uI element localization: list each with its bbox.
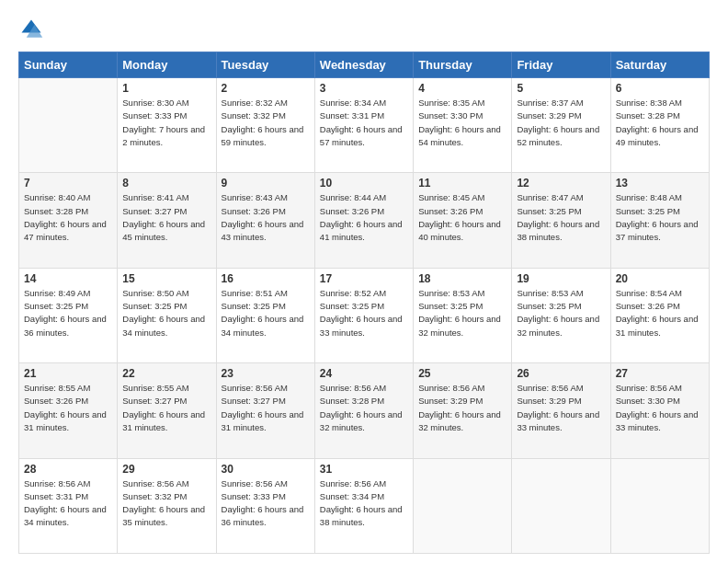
calendar-cell: 1Sunrise: 8:30 AMSunset: 3:33 PMDaylight…: [118, 78, 216, 173]
day-number: 12: [517, 177, 605, 190]
day-number: 21: [24, 367, 112, 380]
calendar-cell: 14Sunrise: 8:49 AMSunset: 3:25 PMDayligh…: [19, 268, 118, 362]
calendar-week-row: 21Sunrise: 8:55 AMSunset: 3:26 PMDayligh…: [19, 363, 710, 458]
day-info: Sunrise: 8:56 AMSunset: 3:29 PMDaylight:…: [517, 382, 605, 434]
page: SundayMondayTuesdayWednesdayThursdayFrid…: [0, 0, 728, 563]
calendar-table: SundayMondayTuesdayWednesdayThursdayFrid…: [18, 52, 710, 554]
day-number: 8: [122, 177, 210, 190]
calendar-cell: 17Sunrise: 8:52 AMSunset: 3:25 PMDayligh…: [314, 268, 413, 362]
day-of-week-header: Saturday: [610, 52, 709, 78]
calendar-header-row: SundayMondayTuesdayWednesdayThursdayFrid…: [19, 52, 710, 78]
day-number: 17: [320, 272, 408, 285]
day-info: Sunrise: 8:35 AMSunset: 3:30 PMDaylight:…: [418, 97, 506, 149]
calendar-cell: 29Sunrise: 8:56 AMSunset: 3:32 PMDayligh…: [118, 458, 216, 553]
day-number: 24: [320, 367, 408, 380]
logo: [18, 17, 48, 42]
day-info: Sunrise: 8:53 AMSunset: 3:25 PMDaylight:…: [517, 287, 605, 339]
day-number: 19: [517, 272, 605, 285]
day-info: Sunrise: 8:47 AMSunset: 3:25 PMDaylight:…: [517, 191, 605, 244]
day-of-week-header: Thursday: [414, 52, 512, 78]
day-number: 11: [418, 177, 506, 190]
day-info: Sunrise: 8:43 AMSunset: 3:26 PMDaylight:…: [222, 191, 310, 244]
day-info: Sunrise: 8:48 AMSunset: 3:25 PMDaylight:…: [616, 191, 704, 244]
calendar-cell: 5Sunrise: 8:37 AMSunset: 3:29 PMDaylight…: [512, 78, 610, 173]
day-number: 22: [122, 367, 210, 380]
day-number: 28: [24, 463, 112, 476]
day-info: Sunrise: 8:37 AMSunset: 3:29 PMDaylight:…: [517, 97, 605, 149]
day-info: Sunrise: 8:52 AMSunset: 3:25 PMDaylight:…: [320, 287, 408, 339]
day-info: Sunrise: 8:56 AMSunset: 3:29 PMDaylight:…: [418, 382, 506, 434]
day-number: 2: [222, 82, 310, 95]
day-info: Sunrise: 8:56 AMSunset: 3:32 PMDaylight:…: [122, 477, 210, 530]
calendar-week-row: 28Sunrise: 8:56 AMSunset: 3:31 PMDayligh…: [19, 458, 710, 553]
day-number: 23: [222, 367, 310, 380]
calendar-cell: 22Sunrise: 8:55 AMSunset: 3:27 PMDayligh…: [118, 363, 216, 458]
day-number: 20: [616, 272, 704, 285]
calendar-cell: 15Sunrise: 8:50 AMSunset: 3:25 PMDayligh…: [118, 268, 216, 362]
day-number: 18: [418, 272, 506, 285]
day-number: 29: [122, 463, 210, 476]
calendar-week-row: 7Sunrise: 8:40 AMSunset: 3:28 PMDaylight…: [19, 173, 710, 268]
calendar-cell: 26Sunrise: 8:56 AMSunset: 3:29 PMDayligh…: [512, 363, 610, 458]
day-info: Sunrise: 8:41 AMSunset: 3:27 PMDaylight:…: [122, 191, 210, 244]
calendar-cell: 19Sunrise: 8:53 AMSunset: 3:25 PMDayligh…: [512, 268, 610, 362]
calendar-cell: 2Sunrise: 8:32 AMSunset: 3:32 PMDaylight…: [216, 78, 314, 173]
day-number: 3: [320, 82, 408, 95]
calendar-cell: 21Sunrise: 8:55 AMSunset: 3:26 PMDayligh…: [19, 363, 118, 458]
day-of-week-header: Friday: [512, 52, 610, 78]
header: [18, 17, 710, 42]
calendar-cell: [512, 458, 610, 553]
day-number: 14: [24, 272, 112, 285]
day-info: Sunrise: 8:54 AMSunset: 3:26 PMDaylight:…: [616, 287, 704, 339]
calendar-cell: [19, 78, 118, 173]
calendar-cell: 27Sunrise: 8:56 AMSunset: 3:30 PMDayligh…: [610, 363, 709, 458]
day-number: 6: [616, 82, 704, 95]
day-info: Sunrise: 8:56 AMSunset: 3:31 PMDaylight:…: [24, 477, 112, 530]
day-info: Sunrise: 8:45 AMSunset: 3:26 PMDaylight:…: [418, 191, 506, 244]
day-number: 1: [122, 82, 210, 95]
calendar-cell: 20Sunrise: 8:54 AMSunset: 3:26 PMDayligh…: [610, 268, 709, 362]
calendar-cell: 6Sunrise: 8:38 AMSunset: 3:28 PMDaylight…: [610, 78, 709, 173]
calendar-cell: 3Sunrise: 8:34 AMSunset: 3:31 PMDaylight…: [314, 78, 413, 173]
calendar-cell: 18Sunrise: 8:53 AMSunset: 3:25 PMDayligh…: [414, 268, 512, 362]
day-info: Sunrise: 8:53 AMSunset: 3:25 PMDaylight:…: [418, 287, 506, 339]
day-info: Sunrise: 8:55 AMSunset: 3:27 PMDaylight:…: [122, 382, 210, 434]
day-number: 25: [418, 367, 506, 380]
day-info: Sunrise: 8:30 AMSunset: 3:33 PMDaylight:…: [122, 97, 210, 149]
day-info: Sunrise: 8:56 AMSunset: 3:28 PMDaylight:…: [320, 382, 408, 434]
day-number: 30: [222, 463, 310, 476]
day-info: Sunrise: 8:56 AMSunset: 3:34 PMDaylight:…: [320, 477, 408, 530]
day-number: 15: [122, 272, 210, 285]
day-number: 9: [222, 177, 310, 190]
calendar-cell: 31Sunrise: 8:56 AMSunset: 3:34 PMDayligh…: [314, 458, 413, 553]
day-of-week-header: Wednesday: [314, 52, 413, 78]
day-number: 31: [320, 463, 408, 476]
calendar-cell: 12Sunrise: 8:47 AMSunset: 3:25 PMDayligh…: [512, 173, 610, 268]
calendar-cell: 8Sunrise: 8:41 AMSunset: 3:27 PMDaylight…: [118, 173, 216, 268]
day-number: 5: [517, 82, 605, 95]
day-info: Sunrise: 8:56 AMSunset: 3:30 PMDaylight:…: [616, 382, 704, 434]
calendar-week-row: 14Sunrise: 8:49 AMSunset: 3:25 PMDayligh…: [19, 268, 710, 362]
day-number: 13: [616, 177, 704, 190]
calendar-cell: 4Sunrise: 8:35 AMSunset: 3:30 PMDaylight…: [414, 78, 512, 173]
day-info: Sunrise: 8:32 AMSunset: 3:32 PMDaylight:…: [222, 97, 310, 149]
day-info: Sunrise: 8:56 AMSunset: 3:33 PMDaylight:…: [222, 477, 310, 530]
calendar-cell: 23Sunrise: 8:56 AMSunset: 3:27 PMDayligh…: [216, 363, 314, 458]
day-of-week-header: Tuesday: [216, 52, 314, 78]
day-number: 10: [320, 177, 408, 190]
day-info: Sunrise: 8:44 AMSunset: 3:26 PMDaylight:…: [320, 191, 408, 244]
calendar-cell: [610, 458, 709, 553]
logo-icon: [18, 17, 44, 42]
calendar-cell: 11Sunrise: 8:45 AMSunset: 3:26 PMDayligh…: [414, 173, 512, 268]
day-number: 26: [517, 367, 605, 380]
calendar-cell: 30Sunrise: 8:56 AMSunset: 3:33 PMDayligh…: [216, 458, 314, 553]
day-of-week-header: Sunday: [19, 52, 118, 78]
day-info: Sunrise: 8:34 AMSunset: 3:31 PMDaylight:…: [320, 97, 408, 149]
calendar-cell: [414, 458, 512, 553]
day-info: Sunrise: 8:50 AMSunset: 3:25 PMDaylight:…: [122, 287, 210, 339]
day-of-week-header: Monday: [118, 52, 216, 78]
day-info: Sunrise: 8:51 AMSunset: 3:25 PMDaylight:…: [222, 287, 310, 339]
calendar-cell: 16Sunrise: 8:51 AMSunset: 3:25 PMDayligh…: [216, 268, 314, 362]
day-number: 4: [418, 82, 506, 95]
calendar-cell: 25Sunrise: 8:56 AMSunset: 3:29 PMDayligh…: [414, 363, 512, 458]
